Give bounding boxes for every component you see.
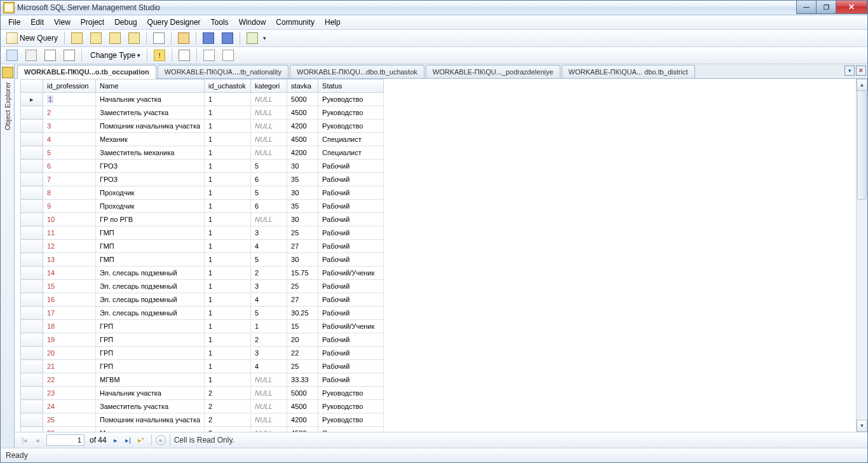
tab-tb-occupation[interactable]: WORKABLE-ПК\QU...o.tb_occupation xyxy=(17,65,156,79)
row-header[interactable] xyxy=(21,387,43,400)
column-header-status[interactable]: Status xyxy=(318,79,384,93)
cell-stavka[interactable]: 4200 xyxy=(287,146,318,160)
row-header[interactable] xyxy=(21,186,43,200)
table-row[interactable]: 16Эл. слесарь подземный1427Рабочий xyxy=(21,293,384,307)
row-header[interactable]: ▸ xyxy=(21,93,43,106)
cell-id-uchastok[interactable]: 2 xyxy=(205,413,251,427)
table-row[interactable]: 20ГРП1322Рабочий xyxy=(21,347,384,360)
cell-id-uchastok[interactable]: 1 xyxy=(205,226,251,240)
cell-id-uchastok[interactable]: 1 xyxy=(205,133,251,146)
row-header[interactable] xyxy=(21,146,43,160)
row-header[interactable] xyxy=(21,226,43,240)
cell-kategori[interactable]: NULL xyxy=(251,387,287,400)
cell-id-profession[interactable]: 12 xyxy=(43,240,96,253)
change-type-button[interactable]: Change Type ▾ xyxy=(85,48,144,63)
cell-kategori[interactable]: NULL xyxy=(251,133,287,146)
save-button[interactable] xyxy=(200,31,217,46)
menu-project[interactable]: Project xyxy=(76,17,109,28)
cell-id-uchastok[interactable]: 1 xyxy=(205,307,251,320)
cell-kategori[interactable]: 6 xyxy=(251,173,287,186)
close-button[interactable]: ✕ xyxy=(836,1,867,14)
cell-status[interactable]: Рабочий/Ученик xyxy=(318,266,384,280)
table-row[interactable]: 12ГМП1427Рабочий xyxy=(21,240,384,253)
table-row[interactable]: 17Эл. слесарь подземный1530.25Рабочий xyxy=(21,307,384,320)
vertical-scrollbar[interactable]: ▲ ▼ xyxy=(856,79,867,432)
cell-stavka[interactable]: 4500 xyxy=(287,400,318,413)
cell-status[interactable]: Рабочий xyxy=(318,293,384,307)
cell-kategori[interactable]: 2 xyxy=(251,266,287,280)
cell-stavka[interactable]: 33.33 xyxy=(287,373,318,387)
grid-scroll-area[interactable]: id_profession Name id_uchastok kategori … xyxy=(20,79,856,432)
cell-name[interactable]: ГРОЗ xyxy=(96,160,205,173)
nav-first-button[interactable]: |◂ xyxy=(19,434,31,446)
cell-stavka[interactable]: 35 xyxy=(287,200,318,213)
column-header-stavka[interactable]: stavka xyxy=(287,79,318,93)
cell-stavka[interactable]: 25 xyxy=(287,280,318,293)
cell-stavka[interactable]: 30.25 xyxy=(287,307,318,320)
cell-stavka[interactable]: 20 xyxy=(287,333,318,347)
nav-new-button[interactable]: ▸* xyxy=(135,434,147,446)
cell-status[interactable]: Рабочий xyxy=(318,200,384,213)
cell-id-uchastok[interactable]: 1 xyxy=(205,293,251,307)
tab-tb-uchastok[interactable]: WORKABLE-ПК\QU...dbo.tb_uchastok xyxy=(290,65,424,78)
cell-status[interactable]: Рабочий xyxy=(318,186,384,200)
table-row[interactable]: 6ГРОЗ1530Рабочий xyxy=(21,160,384,173)
cell-id-uchastok[interactable]: 1 xyxy=(205,373,251,387)
cell-status[interactable]: Рабочий xyxy=(318,253,384,266)
cell-stavka[interactable]: 4500 xyxy=(287,133,318,146)
cell-status[interactable]: Руководство xyxy=(318,413,384,427)
menu-window[interactable]: Window xyxy=(234,17,271,28)
cell-status[interactable]: Рабочий xyxy=(318,280,384,293)
cell-id-uchastok[interactable]: 1 xyxy=(205,213,251,226)
cell-kategori[interactable]: 3 xyxy=(251,280,287,293)
cell-id-uchastok[interactable]: 1 xyxy=(205,266,251,280)
scroll-up-button[interactable]: ▲ xyxy=(857,79,867,91)
cell-status[interactable]: Рабочий xyxy=(318,240,384,253)
cell-kategori[interactable]: 2 xyxy=(251,333,287,347)
row-header[interactable] xyxy=(21,373,43,387)
cell-name[interactable]: МГВМ xyxy=(96,373,205,387)
cell-id-uchastok[interactable]: 1 xyxy=(205,320,251,333)
cell-id-uchastok[interactable]: 1 xyxy=(205,146,251,160)
show-sql-button[interactable] xyxy=(41,48,59,63)
table-row[interactable]: 24Заместитель участка2NULL4500Руководств… xyxy=(21,400,384,413)
cell-kategori[interactable]: NULL xyxy=(251,146,287,160)
table-row[interactable]: 14Эл. слесарь подземный1215.75Рабочий/Уч… xyxy=(21,266,384,280)
cell-name[interactable]: ГРП xyxy=(96,347,205,360)
cell-id-uchastok[interactable]: 1 xyxy=(205,106,251,120)
cell-name[interactable]: Заместитель механика xyxy=(96,146,205,160)
table-row[interactable]: ▸1Начальник участка1NULL5000Руководство xyxy=(21,93,384,106)
cell-stavka[interactable]: 15 xyxy=(287,320,318,333)
cell-name[interactable]: Заместитель участка xyxy=(96,106,205,120)
cell-id-profession[interactable]: 22 xyxy=(43,373,96,387)
row-header[interactable] xyxy=(21,307,43,320)
row-header[interactable] xyxy=(21,400,43,413)
row-header[interactable] xyxy=(21,200,43,213)
scroll-thumb[interactable] xyxy=(857,90,867,200)
cell-stavka[interactable]: 27 xyxy=(287,293,318,307)
cell-kategori[interactable]: 5 xyxy=(251,186,287,200)
cell-id-profession[interactable]: 4 xyxy=(43,133,96,146)
cell-status[interactable]: Рабочий xyxy=(318,173,384,186)
table-row[interactable]: 13ГМП1530Рабочий xyxy=(21,253,384,266)
cell-id-profession[interactable]: 8 xyxy=(43,186,96,200)
cell-status[interactable]: Специалист xyxy=(318,133,384,146)
cell-stavka[interactable]: 30 xyxy=(287,160,318,173)
active-files-dropdown[interactable]: ▾ xyxy=(844,66,855,76)
cell-id-uchastok[interactable]: 1 xyxy=(205,200,251,213)
minimize-button[interactable]: — xyxy=(796,1,817,14)
open-folder-button[interactable] xyxy=(175,31,193,46)
cell-id-profession[interactable]: 26 xyxy=(43,427,96,432)
cell-name[interactable]: Эл. слесарь подземный xyxy=(96,293,205,307)
table-row[interactable]: 21ГРП1425Рабочий xyxy=(21,360,384,373)
row-header[interactable] xyxy=(21,213,43,226)
cell-name[interactable]: ГРП xyxy=(96,333,205,347)
cell-name[interactable]: Эл. слесарь подземный xyxy=(96,266,205,280)
activity-monitor-button[interactable] xyxy=(243,31,261,46)
menu-tools[interactable]: Tools xyxy=(206,17,234,28)
cell-stavka[interactable]: 5000 xyxy=(287,93,318,106)
cell-id-uchastok[interactable]: 1 xyxy=(205,160,251,173)
column-header-id-profession[interactable]: id_profession xyxy=(43,79,96,93)
cell-name[interactable]: ГРП xyxy=(96,320,205,333)
cell-kategori[interactable]: NULL xyxy=(251,413,287,427)
